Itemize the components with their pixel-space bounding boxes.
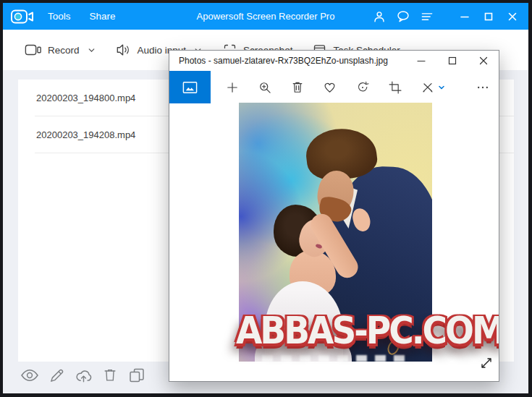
photos-toolbar xyxy=(169,71,499,103)
resize-diagonal-icon[interactable] xyxy=(478,355,494,371)
minimize-button[interactable] xyxy=(457,9,472,25)
edit-pencil-icon[interactable] xyxy=(47,366,66,385)
photos-window-title: Photos - samuel-zlatarev-Rx73BQ2EhZo-uns… xyxy=(179,56,388,66)
delete-photo-icon[interactable] xyxy=(281,71,313,103)
secondary-watermark-fragment xyxy=(262,355,410,362)
screenshot-frame: Tools Share Apowersoft Screen Recorder P… xyxy=(0,0,532,397)
preview-eye-icon[interactable] xyxy=(20,366,39,385)
photos-maximize-button[interactable] xyxy=(436,51,468,71)
crop-icon[interactable] xyxy=(379,71,411,103)
main-menu-icon[interactable] xyxy=(420,9,434,25)
photos-viewer-window: Photos - samuel-zlatarev-Rx73BQ2EhZo-uns… xyxy=(169,50,499,382)
chevron-down-icon xyxy=(437,83,446,92)
favorite-heart-icon[interactable] xyxy=(313,71,346,103)
record-button[interactable]: Record xyxy=(25,43,96,57)
feedback-chat-icon[interactable] xyxy=(396,9,410,25)
chevron-down-icon xyxy=(87,46,96,55)
add-to-album-icon[interactable] xyxy=(216,71,248,103)
record-label: Record xyxy=(48,45,80,56)
bottom-action-bar xyxy=(20,362,146,389)
see-more-icon[interactable] xyxy=(466,71,499,103)
close-button[interactable] xyxy=(505,9,520,25)
delete-trash-icon[interactable] xyxy=(101,366,119,385)
zoom-in-icon[interactable] xyxy=(248,71,281,103)
menu-share[interactable]: Share xyxy=(90,11,116,22)
maximize-button[interactable] xyxy=(481,9,496,25)
menu-tools[interactable]: Tools xyxy=(48,11,71,22)
upload-cloud-icon[interactable] xyxy=(74,366,93,385)
open-folder-icon[interactable] xyxy=(127,366,146,385)
watermark-text: ABBAS-PC.COM xyxy=(236,310,499,352)
user-account-icon[interactable] xyxy=(372,9,387,25)
rotate-icon[interactable] xyxy=(346,71,379,103)
photos-titlebar[interactable]: Photos - samuel-zlatarev-Rx73BQ2EhZo-uns… xyxy=(169,51,499,71)
collection-view-button[interactable] xyxy=(169,71,211,103)
edit-create-button[interactable] xyxy=(411,71,455,103)
app-titlebar: Tools Share Apowersoft Screen Recorder P… xyxy=(3,3,528,30)
photos-close-button[interactable] xyxy=(468,51,499,71)
app-logo-icon xyxy=(10,8,35,25)
photos-minimize-button[interactable] xyxy=(405,51,436,71)
